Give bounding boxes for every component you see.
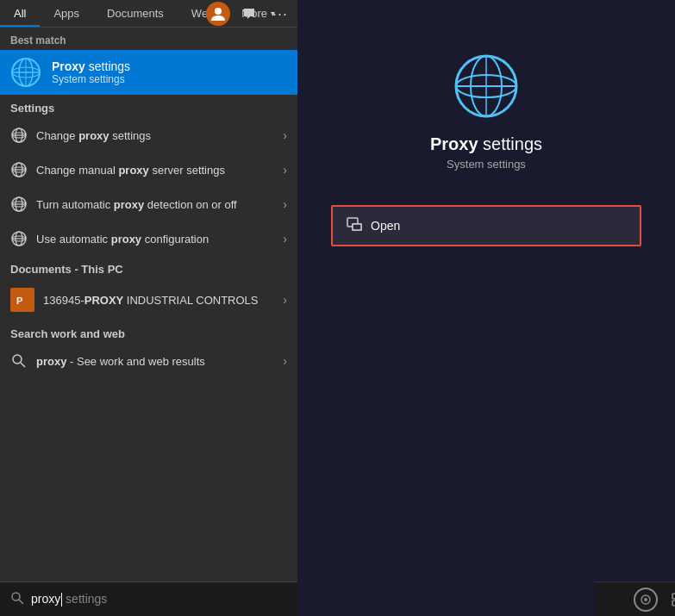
proxy-settings-icon <box>10 57 41 88</box>
best-match-header: Best match <box>0 28 297 50</box>
right-panel-subtitle: System settings <box>447 158 526 171</box>
globe-icon-3 <box>10 196 28 213</box>
tab-apps[interactable]: Apps <box>40 0 93 27</box>
list-item-text-4: Use automatic proxy configuration <box>36 233 274 246</box>
settings-section-header: Settings <box>0 95 297 118</box>
chevron-right-icon-1: › <box>283 128 287 142</box>
chevron-right-icon-4: › <box>283 232 287 246</box>
svg-point-36 <box>644 598 647 601</box>
globe-icon-2 <box>10 161 28 178</box>
search-web-item[interactable]: proxy - See work and web results › <box>0 344 297 378</box>
svg-line-25 <box>21 363 25 367</box>
open-label: Open <box>371 219 400 233</box>
header-icons: ··· <box>204 0 297 28</box>
right-panel: Proxy settings System settings Open <box>297 0 675 616</box>
chat-icon[interactable] <box>235 0 263 28</box>
list-item-auto-detect[interactable]: Turn automatic proxy detection on or off… <box>0 187 297 221</box>
user-avatar <box>206 2 230 26</box>
open-button[interactable]: Open <box>333 207 640 245</box>
pdf-icon: P <box>10 288 34 312</box>
list-item-auto-config[interactable]: Use automatic proxy configuration › <box>0 221 297 256</box>
taskbar: O <box>595 582 675 616</box>
more-options-icon[interactable]: ··· <box>266 0 294 28</box>
proxy-large-icon <box>452 52 521 121</box>
avatar[interactable] <box>204 0 232 28</box>
search-web-icon <box>10 352 28 370</box>
document-item[interactable]: P 136945-PROXY INDUSTRIAL CONTROLS › <box>0 279 297 320</box>
search-bar: proxy settings <box>0 582 297 616</box>
svg-point-24 <box>13 355 22 364</box>
svg-point-0 <box>215 8 222 15</box>
open-window-icon <box>347 217 362 234</box>
svg-line-27 <box>19 600 23 604</box>
tab-all[interactable]: All <box>0 0 40 27</box>
best-match-title: Proxy settings <box>52 59 130 73</box>
list-item-manual-proxy[interactable]: Change manual proxy server settings › <box>0 152 297 187</box>
list-item-text-1: Change proxy settings <box>36 129 274 142</box>
list-item-text-2: Change manual proxy server settings <box>36 164 274 177</box>
chevron-right-icon-web: › <box>283 354 287 368</box>
list-item-text-3: Turn automatic proxy detection on or off <box>36 198 274 211</box>
best-match-text: Proxy settings System settings <box>52 59 130 85</box>
best-match-item[interactable]: Proxy settings System settings <box>0 50 297 95</box>
right-panel-title: Proxy settings <box>430 134 542 154</box>
tab-documents[interactable]: Documents <box>93 0 178 27</box>
taskbar-taskview[interactable] <box>666 586 675 613</box>
taskbar-cortana[interactable] <box>632 586 659 613</box>
search-web-section-header: Search work and web <box>0 320 297 344</box>
best-match-subtitle: System settings <box>52 73 130 85</box>
chevron-right-icon-doc: › <box>283 293 287 307</box>
search-icon <box>10 591 24 607</box>
tab-bar: All Apps Documents Web More ▾ <box>0 0 297 28</box>
search-web-text: proxy - See work and web results <box>36 355 274 368</box>
svg-point-26 <box>12 593 20 600</box>
document-text: 136945-PROXY INDUSTRIAL CONTROLS <box>43 294 274 307</box>
globe-icon-1 <box>10 127 28 144</box>
documents-section-header: Documents - This PC <box>0 256 297 279</box>
open-button-container: Open <box>331 205 641 246</box>
list-item-change-proxy[interactable]: Change proxy settings › <box>0 118 297 152</box>
chevron-right-icon-3: › <box>283 197 287 211</box>
left-panel: All Apps Documents Web More ▾ <box>0 0 297 616</box>
svg-rect-34 <box>353 224 361 230</box>
globe-icon-4 <box>10 230 28 247</box>
chevron-right-icon-2: › <box>283 163 287 177</box>
svg-text:P: P <box>16 296 22 306</box>
search-input-display[interactable]: proxy settings <box>31 592 287 607</box>
